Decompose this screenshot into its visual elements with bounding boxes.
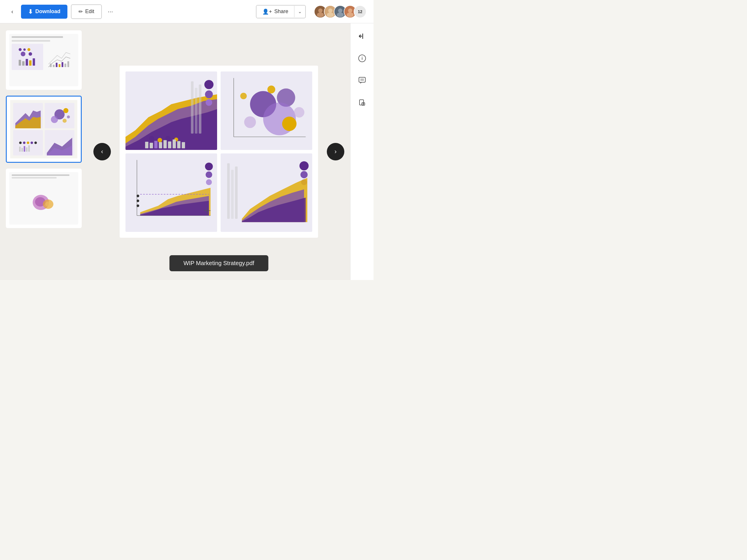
svg-rect-70 [163,140,166,148]
svg-point-82 [244,116,256,128]
svg-point-32 [63,108,68,113]
svg-point-91 [206,179,212,185]
edit-label: Edit [85,8,94,15]
download-icon: ⬇ [28,8,33,15]
thumb2-area [13,103,43,128]
svg-point-35 [67,115,70,118]
thumbnail-sidebar [0,23,87,280]
edit-icon: ✏ [78,8,83,15]
svg-point-98 [136,194,139,197]
svg-point-38 [27,141,29,144]
svg-rect-71 [168,141,171,149]
svg-rect-17 [19,60,21,65]
svg-point-2 [317,12,324,17]
collapse-panel-button[interactable] [356,30,368,42]
thumb2-bubble [45,103,74,128]
thumb-line [12,40,50,42]
file-label: WIP Marketing Strategy.pdf [170,255,268,271]
svg-point-81 [282,117,297,131]
svg-rect-23 [53,65,55,67]
svg-rect-21 [33,58,35,65]
download-button[interactable]: ⬇ Download [21,5,68,19]
svg-point-16 [29,52,32,56]
thumb-2-content [10,100,77,158]
avatar-group: 12 [314,5,366,18]
svg-point-1 [318,8,323,13]
svg-point-39 [31,141,33,144]
svg-point-37 [23,141,26,144]
info-button[interactable]: i [356,53,368,64]
svg-rect-69 [159,142,162,148]
svg-rect-102 [227,163,230,219]
svg-rect-25 [59,64,60,67]
svg-rect-41 [19,147,21,152]
svg-point-14 [27,48,30,51]
svg-point-62 [149,136,154,141]
svg-point-33 [51,116,58,123]
svg-rect-19 [26,59,28,65]
svg-rect-68 [154,141,158,149]
thumb-1-content [9,34,78,86]
thumb2-dot [13,130,43,156]
document-preview [120,65,318,238]
thumbnail-3[interactable] [6,168,82,228]
svg-rect-104 [235,166,237,219]
area-chart-cell [126,72,217,150]
thumbnail-1[interactable] [6,30,82,90]
svg-point-34 [62,119,67,123]
comment-button[interactable] [356,75,368,86]
svg-point-4 [328,8,333,13]
avatar-count: 12 [354,5,366,18]
share-group: 👤+ Share ⌄ [256,5,306,18]
svg-point-84 [294,107,304,117]
share-button[interactable]: 👤+ Share [257,5,294,18]
download-label: Download [35,8,60,15]
svg-point-8 [337,12,344,17]
svg-point-11 [347,12,354,17]
header: ‹ ⬇ Download ✏ Edit ··· 👤+ Share ⌄ [0,0,374,23]
svg-point-7 [338,8,342,13]
back-button[interactable]: ‹ [7,6,18,17]
svg-rect-22 [50,63,52,67]
prev-page-button[interactable]: ‹ [93,143,111,160]
thumb3-lines [12,175,76,179]
svg-point-13 [23,48,26,51]
thumb-1-inner [9,34,78,86]
right-panel: i [350,23,374,280]
share-dropdown-button[interactable]: ⌄ [294,6,305,17]
svg-rect-20 [29,60,31,65]
bubble-chart-cell [221,72,312,150]
svg-rect-44 [26,147,27,152]
svg-text:i: i [362,56,363,61]
svg-point-12 [19,48,22,51]
svg-point-51 [45,202,51,207]
next-page-button[interactable]: › [327,143,344,160]
main-layout: ‹ [0,23,374,280]
svg-rect-60 [195,88,198,134]
lock-document-button[interactable] [356,97,368,108]
svg-rect-42 [21,148,23,152]
svg-rect-72 [173,139,176,148]
svg-rect-67 [150,143,153,148]
thumb-3-content [9,172,78,224]
svg-point-83 [267,85,275,93]
line-chart-cell [221,153,312,232]
svg-point-97 [136,199,139,202]
petri-dishes [12,181,76,222]
thumb2-line [45,130,74,156]
edit-button[interactable]: ✏ Edit [71,4,102,19]
thumb-charts [12,44,76,70]
svg-point-36 [19,141,22,144]
doc-grid [126,72,312,232]
thumbnail-2[interactable] [6,96,82,163]
svg-rect-59 [191,81,194,134]
svg-point-15 [21,52,25,56]
svg-rect-24 [56,63,57,67]
svg-point-63 [158,138,162,143]
svg-point-90 [206,171,212,178]
svg-rect-115 [359,77,365,82]
svg-point-89 [205,162,213,170]
svg-rect-66 [145,142,148,148]
more-button[interactable]: ··· [105,5,115,18]
svg-point-40 [34,141,37,144]
